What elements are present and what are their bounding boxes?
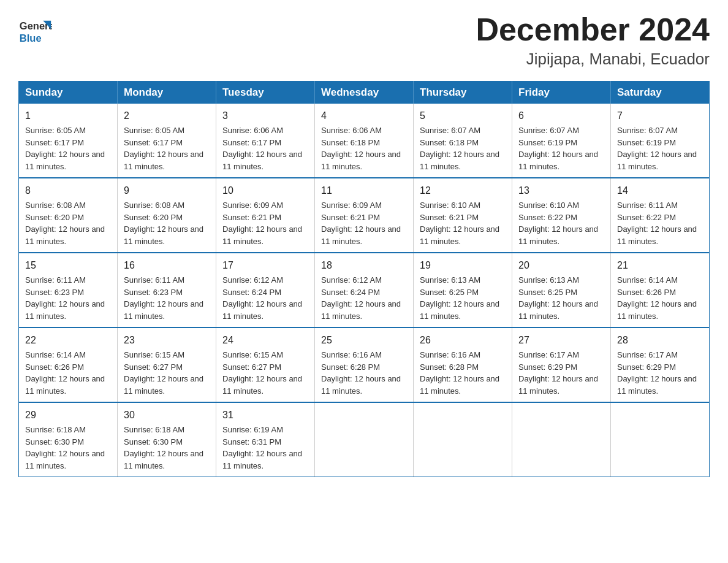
calendar-cell: 31Sunrise: 6:19 AMSunset: 6:31 PMDayligh… <box>216 402 315 477</box>
day-number: 4 <box>321 109 407 123</box>
day-number: 29 <box>25 408 111 423</box>
day-number: 13 <box>518 183 604 198</box>
day-number: 25 <box>321 333 407 348</box>
day-info: Sunrise: 6:07 AMSunset: 6:19 PMDaylight:… <box>518 124 604 172</box>
day-number: 8 <box>25 183 111 198</box>
calendar-cell: 28Sunrise: 6:17 AMSunset: 6:29 PMDayligh… <box>611 327 710 402</box>
calendar-cell: 4Sunrise: 6:06 AMSunset: 6:18 PMDaylight… <box>315 104 414 178</box>
calendar-cell: 8Sunrise: 6:08 AMSunset: 6:20 PMDaylight… <box>19 178 118 253</box>
day-number: 20 <box>518 258 604 273</box>
day-number: 28 <box>617 333 703 348</box>
calendar-cell: 9Sunrise: 6:08 AMSunset: 6:20 PMDaylight… <box>118 178 216 253</box>
page-header: General Blue December 2024 Jipijapa, Man… <box>18 12 710 69</box>
day-header-monday: Monday <box>118 82 216 104</box>
calendar-cell: 13Sunrise: 6:10 AMSunset: 6:22 PMDayligh… <box>512 178 611 253</box>
day-info: Sunrise: 6:12 AMSunset: 6:24 PMDaylight:… <box>321 274 407 322</box>
day-number: 22 <box>25 333 111 348</box>
day-number: 26 <box>420 333 506 348</box>
day-info: Sunrise: 6:11 AMSunset: 6:23 PMDaylight:… <box>25 274 111 322</box>
day-info: Sunrise: 6:14 AMSunset: 6:26 PMDaylight:… <box>617 274 703 322</box>
calendar-cell: 5Sunrise: 6:07 AMSunset: 6:18 PMDaylight… <box>414 104 512 178</box>
calendar-cell: 16Sunrise: 6:11 AMSunset: 6:23 PMDayligh… <box>118 253 216 327</box>
day-info: Sunrise: 6:16 AMSunset: 6:28 PMDaylight:… <box>420 349 506 397</box>
day-info: Sunrise: 6:08 AMSunset: 6:20 PMDaylight:… <box>25 199 111 247</box>
calendar-cell <box>512 402 611 477</box>
calendar-cell: 20Sunrise: 6:13 AMSunset: 6:25 PMDayligh… <box>512 253 611 327</box>
day-header-wednesday: Wednesday <box>315 82 414 104</box>
calendar-cell: 14Sunrise: 6:11 AMSunset: 6:22 PMDayligh… <box>611 178 710 253</box>
day-number: 23 <box>124 333 210 348</box>
calendar-cell: 11Sunrise: 6:09 AMSunset: 6:21 PMDayligh… <box>315 178 414 253</box>
day-number: 14 <box>617 183 703 198</box>
title-area: December 2024 Jipijapa, Manabi, Ecuador <box>476 12 710 69</box>
day-info: Sunrise: 6:06 AMSunset: 6:18 PMDaylight:… <box>321 124 407 172</box>
day-info: Sunrise: 6:09 AMSunset: 6:21 PMDaylight:… <box>321 199 407 247</box>
day-number: 17 <box>222 258 308 273</box>
day-number: 15 <box>25 258 111 273</box>
calendar-cell <box>611 402 710 477</box>
calendar-cell: 26Sunrise: 6:16 AMSunset: 6:28 PMDayligh… <box>414 327 512 402</box>
day-number: 31 <box>222 408 308 423</box>
calendar-week-4: 22Sunrise: 6:14 AMSunset: 6:26 PMDayligh… <box>19 327 710 402</box>
calendar-cell: 10Sunrise: 6:09 AMSunset: 6:21 PMDayligh… <box>216 178 315 253</box>
calendar-week-3: 15Sunrise: 6:11 AMSunset: 6:23 PMDayligh… <box>19 253 710 327</box>
logo: General Blue <box>18 12 52 46</box>
day-number: 19 <box>420 258 506 273</box>
calendar-week-5: 29Sunrise: 6:18 AMSunset: 6:30 PMDayligh… <box>19 402 710 477</box>
calendar-cell <box>315 402 414 477</box>
calendar-cell: 21Sunrise: 6:14 AMSunset: 6:26 PMDayligh… <box>611 253 710 327</box>
calendar-cell: 1Sunrise: 6:05 AMSunset: 6:17 PMDaylight… <box>19 104 118 178</box>
day-header-tuesday: Tuesday <box>216 82 315 104</box>
day-number: 7 <box>617 109 703 123</box>
calendar-header-row: SundayMondayTuesdayWednesdayThursdayFrid… <box>19 82 710 104</box>
day-header-saturday: Saturday <box>611 82 710 104</box>
day-number: 6 <box>518 109 604 123</box>
day-info: Sunrise: 6:07 AMSunset: 6:19 PMDaylight:… <box>617 124 703 172</box>
day-info: Sunrise: 6:18 AMSunset: 6:30 PMDaylight:… <box>25 424 111 472</box>
calendar-cell: 30Sunrise: 6:18 AMSunset: 6:30 PMDayligh… <box>118 402 216 477</box>
month-title: December 2024 <box>476 12 710 47</box>
day-number: 10 <box>222 183 308 198</box>
day-number: 21 <box>617 258 703 273</box>
day-info: Sunrise: 6:06 AMSunset: 6:17 PMDaylight:… <box>222 124 308 172</box>
calendar-table: SundayMondayTuesdayWednesdayThursdayFrid… <box>18 81 710 477</box>
day-info: Sunrise: 6:10 AMSunset: 6:22 PMDaylight:… <box>518 199 604 247</box>
calendar-cell: 18Sunrise: 6:12 AMSunset: 6:24 PMDayligh… <box>315 253 414 327</box>
calendar-week-2: 8Sunrise: 6:08 AMSunset: 6:20 PMDaylight… <box>19 178 710 253</box>
calendar-cell: 17Sunrise: 6:12 AMSunset: 6:24 PMDayligh… <box>216 253 315 327</box>
calendar-cell <box>414 402 512 477</box>
day-info: Sunrise: 6:05 AMSunset: 6:17 PMDaylight:… <box>25 124 111 172</box>
day-number: 18 <box>321 258 407 273</box>
day-info: Sunrise: 6:13 AMSunset: 6:25 PMDaylight:… <box>518 274 604 322</box>
day-info: Sunrise: 6:17 AMSunset: 6:29 PMDaylight:… <box>518 349 604 397</box>
day-info: Sunrise: 6:10 AMSunset: 6:21 PMDaylight:… <box>420 199 506 247</box>
day-info: Sunrise: 6:05 AMSunset: 6:17 PMDaylight:… <box>124 124 210 172</box>
calendar-cell: 24Sunrise: 6:15 AMSunset: 6:27 PMDayligh… <box>216 327 315 402</box>
calendar-cell: 22Sunrise: 6:14 AMSunset: 6:26 PMDayligh… <box>19 327 118 402</box>
calendar-cell: 2Sunrise: 6:05 AMSunset: 6:17 PMDaylight… <box>118 104 216 178</box>
calendar-cell: 6Sunrise: 6:07 AMSunset: 6:19 PMDaylight… <box>512 104 611 178</box>
location-title: Jipijapa, Manabi, Ecuador <box>476 50 710 69</box>
day-info: Sunrise: 6:16 AMSunset: 6:28 PMDaylight:… <box>321 349 407 397</box>
day-info: Sunrise: 6:19 AMSunset: 6:31 PMDaylight:… <box>222 424 308 472</box>
day-number: 5 <box>420 109 506 123</box>
day-info: Sunrise: 6:07 AMSunset: 6:18 PMDaylight:… <box>420 124 506 172</box>
calendar-cell: 19Sunrise: 6:13 AMSunset: 6:25 PMDayligh… <box>414 253 512 327</box>
calendar-cell: 15Sunrise: 6:11 AMSunset: 6:23 PMDayligh… <box>19 253 118 327</box>
day-info: Sunrise: 6:18 AMSunset: 6:30 PMDaylight:… <box>124 424 210 472</box>
day-number: 2 <box>124 109 210 123</box>
calendar-week-1: 1Sunrise: 6:05 AMSunset: 6:17 PMDaylight… <box>19 104 710 178</box>
day-number: 16 <box>124 258 210 273</box>
day-info: Sunrise: 6:14 AMSunset: 6:26 PMDaylight:… <box>25 349 111 397</box>
day-header-friday: Friday <box>512 82 611 104</box>
day-header-sunday: Sunday <box>19 82 118 104</box>
day-number: 27 <box>518 333 604 348</box>
day-header-thursday: Thursday <box>414 82 512 104</box>
day-info: Sunrise: 6:09 AMSunset: 6:21 PMDaylight:… <box>222 199 308 247</box>
calendar-cell: 23Sunrise: 6:15 AMSunset: 6:27 PMDayligh… <box>118 327 216 402</box>
day-info: Sunrise: 6:11 AMSunset: 6:23 PMDaylight:… <box>124 274 210 322</box>
day-info: Sunrise: 6:13 AMSunset: 6:25 PMDaylight:… <box>420 274 506 322</box>
day-number: 3 <box>222 109 308 123</box>
calendar-cell: 25Sunrise: 6:16 AMSunset: 6:28 PMDayligh… <box>315 327 414 402</box>
day-number: 9 <box>124 183 210 198</box>
